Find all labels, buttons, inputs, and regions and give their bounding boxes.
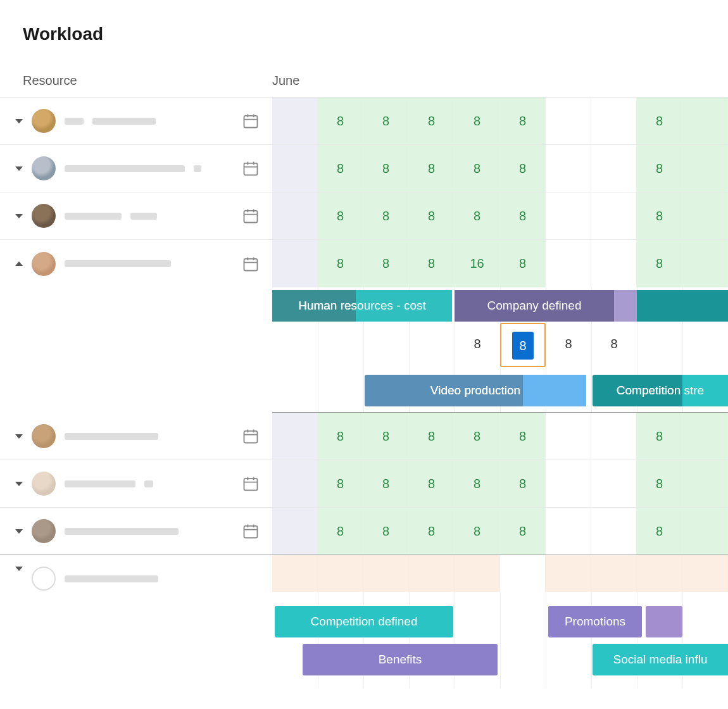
- workload-cell[interactable]: 8: [363, 240, 409, 287]
- avatar[interactable]: [32, 424, 56, 448]
- avatar[interactable]: [32, 109, 56, 133]
- workload-cell[interactable]: [682, 240, 728, 287]
- workload-cell[interactable]: 8: [409, 460, 455, 507]
- avatar-empty[interactable]: [32, 567, 56, 591]
- task-bar-segment[interactable]: [637, 290, 728, 322]
- workload-cell[interactable]: 8: [455, 145, 500, 192]
- page-title: Workload: [0, 0, 728, 44]
- chevron-down-icon[interactable]: [15, 214, 23, 218]
- task-bar-segment[interactable]: [646, 606, 682, 637]
- workload-cell[interactable]: [682, 97, 728, 144]
- workload-cell[interactable]: 8: [409, 413, 455, 460]
- svg-rect-6: [244, 526, 258, 538]
- workload-cell[interactable]: 8: [363, 97, 409, 144]
- chevron-down-icon[interactable]: [15, 567, 23, 571]
- task-bar-promotions[interactable]: Promotions: [548, 606, 642, 637]
- task-bar-segment[interactable]: [356, 290, 452, 322]
- avatar[interactable]: [32, 472, 56, 496]
- calendar-icon[interactable]: [242, 255, 260, 273]
- unassigned-row: Competition defined Promotions Benefits …: [0, 555, 728, 688]
- day-value: 8: [591, 337, 637, 351]
- task-bar-company-defined[interactable]: Company defined: [455, 290, 614, 322]
- workload-cell[interactable]: 8: [318, 508, 363, 555]
- workload-cell[interactable]: 8: [637, 508, 682, 555]
- chevron-down-icon[interactable]: [15, 434, 23, 439]
- workload-cell[interactable]: 8: [363, 508, 409, 555]
- workload-cell[interactable]: 8: [409, 508, 455, 555]
- chevron-down-icon[interactable]: [15, 119, 23, 123]
- avatar[interactable]: [32, 519, 56, 543]
- svg-rect-0: [244, 116, 258, 128]
- workload-cell[interactable]: 8: [500, 460, 546, 507]
- workload-cell[interactable]: 8: [363, 460, 409, 507]
- workload-cell[interactable]: 8: [363, 192, 409, 239]
- chevron-up-icon[interactable]: [15, 261, 23, 266]
- calendar-icon[interactable]: [242, 160, 260, 177]
- workload-cell[interactable]: 8: [637, 413, 682, 460]
- task-bar-benefits[interactable]: Benefits: [303, 644, 498, 675]
- workload-cell[interactable]: 8: [409, 145, 455, 192]
- calendar-icon[interactable]: [242, 522, 260, 540]
- workload-cell[interactable]: 16: [455, 240, 500, 287]
- calendar-icon[interactable]: [242, 207, 260, 225]
- resource-row: 8 8 8 8 8 8: [0, 460, 728, 508]
- svg-rect-3: [244, 258, 258, 270]
- workload-cell[interactable]: 8: [500, 413, 546, 460]
- task-bar-segment[interactable]: [682, 375, 728, 406]
- avatar[interactable]: [32, 252, 56, 276]
- workload-cell[interactable]: 8: [318, 97, 363, 144]
- calendar-icon[interactable]: [242, 112, 260, 130]
- workload-cell[interactable]: [682, 460, 728, 507]
- workload-cell[interactable]: 8: [318, 413, 363, 460]
- workload-cell[interactable]: 8: [500, 192, 546, 239]
- workload-cell[interactable]: 8: [637, 97, 682, 144]
- workload-cell[interactable]: 8: [455, 192, 500, 239]
- avatar[interactable]: [32, 156, 56, 180]
- resource-row: 8 8 8 8 8 8: [0, 413, 728, 460]
- workload-cell[interactable]: 8: [500, 97, 546, 144]
- workload-cell[interactable]: 8: [409, 192, 455, 239]
- svg-rect-1: [244, 163, 258, 175]
- workload-cell[interactable]: 8: [318, 145, 363, 192]
- workload-cell[interactable]: 8: [500, 508, 546, 555]
- workload-cell[interactable]: 8: [637, 192, 682, 239]
- workload-cell[interactable]: [682, 508, 728, 555]
- chevron-down-icon[interactable]: [15, 529, 23, 534]
- workload-cell[interactable]: 8: [500, 145, 546, 192]
- workload-cell[interactable]: 8: [318, 460, 363, 507]
- calendar-icon[interactable]: [242, 475, 260, 493]
- workload-cell[interactable]: 8: [363, 145, 409, 192]
- resource-detail: Human resources - cost Human resources -…: [0, 287, 728, 413]
- task-bar-competition-defined[interactable]: Competition defined: [275, 606, 453, 637]
- svg-rect-4: [244, 431, 258, 443]
- workload-cell[interactable]: [682, 192, 728, 239]
- workload-cell[interactable]: 8: [318, 192, 363, 239]
- workload-cell[interactable]: 8: [455, 413, 500, 460]
- workload-cell[interactable]: 8: [363, 413, 409, 460]
- workload-cell[interactable]: [682, 413, 728, 460]
- calendar-icon[interactable]: [242, 427, 260, 445]
- workload-cell[interactable]: 8: [500, 240, 546, 287]
- workload-cell[interactable]: 8: [455, 460, 500, 507]
- workload-cell[interactable]: 8: [455, 508, 500, 555]
- task-bar-segment[interactable]: [614, 290, 637, 322]
- chevron-down-icon[interactable]: [15, 482, 23, 486]
- task-label: Competition defined: [311, 615, 418, 629]
- chevron-down-icon[interactable]: [15, 166, 23, 171]
- task-bar-segment[interactable]: [523, 375, 586, 406]
- workload-cell[interactable]: 8: [637, 240, 682, 287]
- workload-cell[interactable]: 8: [637, 145, 682, 192]
- workload-cell[interactable]: [682, 145, 728, 192]
- resource-row: 8 8 8 8 8 8: [0, 508, 728, 555]
- day-value: 8: [546, 337, 591, 351]
- workload-cell[interactable]: 8: [409, 240, 455, 287]
- workload-cell[interactable]: 8: [455, 97, 500, 144]
- task-bar-social-media[interactable]: Social media influ: [593, 644, 728, 675]
- workload-cell[interactable]: 8: [637, 460, 682, 507]
- avatar[interactable]: [32, 204, 56, 228]
- workload-cell[interactable]: 8: [409, 97, 455, 144]
- selected-day-value[interactable]: 8: [512, 332, 534, 360]
- workload-cell[interactable]: 8: [318, 240, 363, 287]
- column-headers: Resource June: [0, 44, 728, 97]
- task-label: Promotions: [565, 615, 625, 629]
